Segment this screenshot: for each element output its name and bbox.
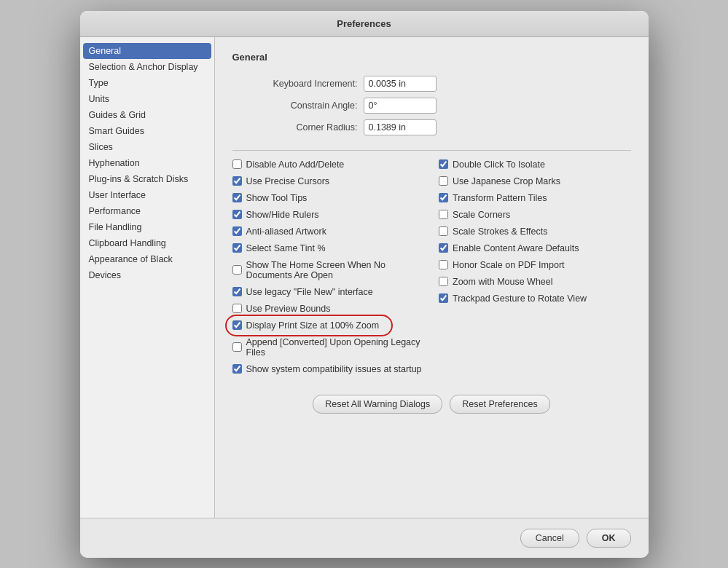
sidebar-item-file-handling[interactable]: File Handling [80, 219, 214, 235]
sidebar-item-devices[interactable]: Devices [80, 267, 214, 283]
field-label-constrain-angle: Constrain Angle: [232, 100, 364, 111]
checkbox-select-same-tint[interactable] [232, 243, 242, 253]
checkbox-label-show-home-screen: Show The Home Screen When No Documents A… [246, 260, 425, 280]
sidebar-item-general[interactable]: General [83, 43, 211, 59]
checkbox-item-select-same-tint[interactable]: Select Same Tint % [232, 243, 425, 253]
checkbox-item-transform-pattern-tiles[interactable]: Transform Pattern Tiles [439, 193, 631, 203]
checkbox-item-show-tool-tips[interactable]: Show Tool Tips [232, 193, 425, 203]
preferences-dialog: Preferences GeneralSelection & Anchor Di… [80, 11, 649, 558]
checkbox-label-display-print-size: Display Print Size at 100% Zoom [246, 320, 380, 331]
sidebar-item-hyphenation[interactable]: Hyphenation [80, 155, 214, 171]
sidebar-item-appearance-black[interactable]: Appearance of Black [80, 251, 214, 267]
checkbox-item-disable-auto-add-delete[interactable]: Disable Auto Add/Delete [232, 159, 425, 170]
checkbox-item-scale-corners[interactable]: Scale Corners [439, 210, 631, 220]
checkbox-label-trackpad-gesture-rotate: Trackpad Gesture to Rotate View [453, 293, 587, 304]
checkbox-use-legacy-file-new[interactable] [232, 287, 242, 296]
field-row-corner-radius: Corner Radius: [232, 119, 631, 135]
checkbox-label-double-click-isolate: Double Click To Isolate [453, 159, 545, 170]
checkbox-item-trackpad-gesture-rotate[interactable]: Trackpad Gesture to Rotate View [439, 293, 631, 304]
fields-area: Keyboard Increment:Constrain Angle:Corne… [232, 76, 631, 135]
checkbox-item-use-legacy-file-new[interactable]: Use legacy "File New" interface [232, 287, 425, 297]
sidebar-item-selection-anchor[interactable]: Selection & Anchor Display [80, 59, 214, 75]
checkbox-item-use-precise-cursors[interactable]: Use Precise Cursors [232, 176, 425, 186]
right-checkboxes: Double Click To IsolateUse Japanese Crop… [439, 159, 631, 374]
dialog-title: Preferences [337, 18, 391, 29]
divider [232, 150, 631, 151]
checkbox-label-scale-corners: Scale Corners [453, 210, 510, 220]
field-row-keyboard-increment: Keyboard Increment: [232, 76, 631, 92]
footer: Cancel OK [80, 518, 649, 558]
title-bar: Preferences [80, 11, 649, 37]
checkbox-trackpad-gesture-rotate[interactable] [439, 293, 448, 303]
sidebar-item-type[interactable]: Type [80, 75, 214, 91]
sidebar-item-guides-grid[interactable]: Guides & Grid [80, 107, 214, 123]
field-label-keyboard-increment: Keyboard Increment: [232, 79, 364, 89]
checkbox-label-use-japanese-crop: Use Japanese Crop Marks [453, 176, 560, 186]
reset-warnings-button[interactable]: Reset All Warning Dialogs [313, 395, 442, 414]
field-input-corner-radius[interactable] [364, 119, 437, 135]
checkbox-item-use-preview-bounds[interactable]: Use Preview Bounds [232, 304, 425, 314]
checkbox-label-append-converted: Append [Converted] Upon Opening Legacy F… [246, 337, 425, 358]
cancel-button[interactable]: Cancel [520, 529, 579, 548]
checkbox-enable-content-aware[interactable] [439, 243, 448, 253]
content-area: GeneralSelection & Anchor DisplayTypeUni… [80, 37, 649, 518]
checkbox-use-japanese-crop[interactable] [439, 176, 448, 186]
sidebar-item-clipboard-handling[interactable]: Clipboard Handling [80, 235, 214, 251]
checkbox-item-enable-content-aware[interactable]: Enable Content Aware Defaults [439, 243, 631, 253]
sidebar-item-plugins-scratch[interactable]: Plug-ins & Scratch Disks [80, 171, 214, 187]
checkbox-show-home-screen[interactable] [232, 265, 242, 275]
sidebar-item-user-interface[interactable]: User Interface [80, 187, 214, 203]
checkbox-display-print-size[interactable] [232, 320, 242, 330]
checkbox-label-anti-aliased-artwork: Anti-aliased Artwork [246, 226, 326, 237]
checkbox-item-scale-strokes-effects[interactable]: Scale Strokes & Effects [439, 226, 631, 237]
checkbox-anti-aliased-artwork[interactable] [232, 226, 242, 236]
checkbox-honor-scale-pdf[interactable] [439, 260, 448, 269]
checkbox-item-display-print-size[interactable]: Display Print Size at 100% Zoom [232, 320, 425, 331]
sidebar-item-slices[interactable]: Slices [80, 139, 214, 155]
checkbox-scale-strokes-effects[interactable] [439, 226, 448, 236]
reset-preferences-button[interactable]: Reset Preferences [450, 395, 550, 414]
sidebar-item-smart-guides[interactable]: Smart Guides [80, 123, 214, 139]
field-row-constrain-angle: Constrain Angle: [232, 98, 631, 114]
checkbox-label-show-tool-tips: Show Tool Tips [246, 193, 308, 203]
checkbox-item-show-hide-rulers[interactable]: Show/Hide Rulers [232, 210, 425, 220]
bottom-buttons: Reset All Warning Dialogs Reset Preferen… [232, 386, 631, 414]
checkbox-show-tool-tips[interactable] [232, 193, 242, 202]
left-checkboxes: Disable Auto Add/DeleteUse Precise Curso… [232, 159, 425, 374]
checkbox-item-append-converted[interactable]: Append [Converted] Upon Opening Legacy F… [232, 337, 425, 358]
field-label-corner-radius: Corner Radius: [232, 122, 364, 133]
checkbox-label-use-precise-cursors: Use Precise Cursors [246, 176, 330, 186]
checkbox-label-disable-auto-add-delete: Disable Auto Add/Delete [246, 159, 345, 170]
ok-button[interactable]: OK [587, 529, 631, 548]
checkbox-use-precise-cursors[interactable] [232, 176, 242, 186]
checkbox-label-select-same-tint: Select Same Tint % [246, 243, 326, 253]
field-input-constrain-angle[interactable] [364, 98, 437, 114]
checkbox-show-hide-rulers[interactable] [232, 210, 242, 219]
checkbox-label-scale-strokes-effects: Scale Strokes & Effects [453, 226, 547, 237]
checkbox-show-system-compat[interactable] [232, 364, 242, 374]
checkbox-item-double-click-isolate[interactable]: Double Click To Isolate [439, 159, 631, 170]
checkbox-scale-corners[interactable] [439, 210, 448, 219]
checkbox-item-show-home-screen[interactable]: Show The Home Screen When No Documents A… [232, 260, 425, 280]
sidebar-item-units[interactable]: Units [80, 91, 214, 107]
checkbox-zoom-mouse-wheel[interactable] [439, 277, 448, 286]
checkbox-item-honor-scale-pdf[interactable]: Honor Scale on PDF Import [439, 260, 631, 270]
checkbox-label-honor-scale-pdf: Honor Scale on PDF Import [453, 260, 565, 270]
checkbox-double-click-isolate[interactable] [439, 159, 448, 169]
checkbox-label-show-hide-rulers: Show/Hide Rulers [246, 210, 319, 220]
checkbox-label-use-preview-bounds: Use Preview Bounds [246, 304, 331, 314]
checkbox-label-zoom-mouse-wheel: Zoom with Mouse Wheel [453, 277, 553, 287]
checkbox-label-use-legacy-file-new: Use legacy "File New" interface [246, 287, 373, 297]
checkbox-label-enable-content-aware: Enable Content Aware Defaults [453, 243, 579, 253]
checkbox-append-converted[interactable] [232, 342, 242, 352]
checkbox-item-show-system-compat[interactable]: Show system compatibility issues at star… [232, 364, 425, 374]
checkbox-use-preview-bounds[interactable] [232, 304, 242, 313]
sidebar-item-performance[interactable]: Performance [80, 203, 214, 219]
sidebar: GeneralSelection & Anchor DisplayTypeUni… [80, 37, 215, 518]
checkbox-item-zoom-mouse-wheel[interactable]: Zoom with Mouse Wheel [439, 277, 631, 287]
checkbox-transform-pattern-tiles[interactable] [439, 193, 448, 202]
checkbox-disable-auto-add-delete[interactable] [232, 159, 242, 169]
checkbox-item-anti-aliased-artwork[interactable]: Anti-aliased Artwork [232, 226, 425, 237]
field-input-keyboard-increment[interactable] [364, 76, 437, 92]
checkbox-item-use-japanese-crop[interactable]: Use Japanese Crop Marks [439, 176, 631, 186]
